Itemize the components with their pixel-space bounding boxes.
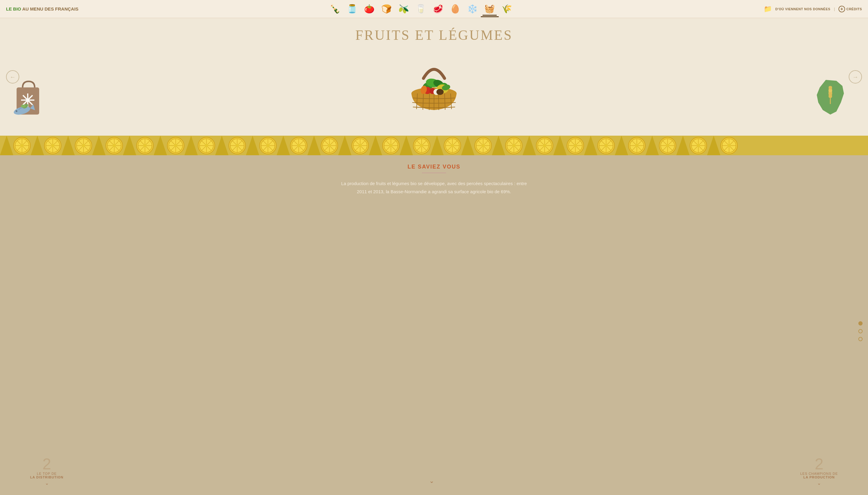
lemon-slice-7 bbox=[228, 137, 246, 154]
nav-icon-emoji-0: 🍾 bbox=[330, 4, 340, 14]
svg-point-90 bbox=[266, 144, 270, 147]
left-thumbnail bbox=[12, 79, 45, 119]
nav-icon-emoji-4: 🫒 bbox=[398, 4, 409, 14]
nav-icon-2[interactable]: 🍅 bbox=[362, 3, 377, 15]
belt-triangle-8 bbox=[246, 136, 259, 155]
svg-point-102 bbox=[328, 144, 331, 147]
lemon-slice-13 bbox=[413, 137, 430, 154]
saviez-vous-text: La production de fruits et légumes bio s… bbox=[331, 180, 434, 195]
lemon-slice-9 bbox=[290, 137, 308, 154]
page-title: FRUITS ET LÉGUMES bbox=[355, 27, 434, 43]
saviez-vous-underline bbox=[422, 172, 434, 173]
nav-icon-4[interactable]: 🫒 bbox=[397, 3, 411, 15]
belt-triangle-10 bbox=[308, 136, 321, 155]
logo-rest: AU MENU DES FRANÇAIS bbox=[21, 6, 79, 12]
nav-icon-5[interactable]: 🥛 bbox=[414, 3, 428, 15]
nav-icon-emoji-2: 🍅 bbox=[364, 4, 375, 14]
lemon-slice-2 bbox=[75, 137, 92, 154]
svg-point-48 bbox=[51, 144, 54, 147]
lemon-slice-5 bbox=[167, 137, 185, 154]
lemon-slice-6 bbox=[198, 137, 215, 154]
belt-triangle-11 bbox=[338, 136, 351, 155]
nav-icon-3[interactable]: 🍞 bbox=[379, 3, 394, 15]
svg-point-42 bbox=[20, 144, 23, 147]
belt-triangle-12 bbox=[369, 136, 382, 155]
belt-triangle-14 bbox=[430, 136, 434, 155]
nav-icons: 🍾🫙🍅🍞🫒🥛🥩🥚❄️🧺🌾 bbox=[79, 2, 434, 16]
svg-point-108 bbox=[359, 144, 362, 147]
lemon-slice-4 bbox=[136, 137, 154, 154]
nav-icon-6[interactable]: 🥩 bbox=[431, 3, 434, 15]
upper-section: FRUITS ET LÉGUMES ← → bbox=[0, 18, 434, 136]
nav-icon-emoji-1: 🫙 bbox=[347, 4, 358, 14]
belt-triangle-6 bbox=[185, 136, 198, 155]
header: LE BIO AU MENU DES FRANÇAIS 🍾🫙🍅🍞🫒🥛🥩🥚❄️🧺🌾… bbox=[0, 0, 434, 18]
svg-point-60 bbox=[113, 144, 116, 147]
belt-triangle-4 bbox=[123, 136, 136, 155]
saviez-vous-line1: La production de fruits et légumes bio s… bbox=[341, 181, 434, 186]
svg-point-5 bbox=[26, 99, 29, 102]
svg-point-54 bbox=[82, 144, 85, 147]
lemon-slice-3 bbox=[105, 137, 123, 154]
svg-point-96 bbox=[297, 144, 300, 147]
nav-icon-0[interactable]: 🍾 bbox=[328, 3, 342, 15]
lemon-slice-10 bbox=[321, 137, 338, 154]
nav-icon-emoji-6: 🥩 bbox=[433, 4, 434, 14]
belt-triangle-13 bbox=[400, 136, 413, 155]
saviez-vous-title: LE SAVIEZ VOUS bbox=[0, 164, 434, 170]
belt-triangle-3 bbox=[92, 136, 105, 155]
lemon-slice-11 bbox=[351, 137, 369, 154]
belt-triangle-7 bbox=[215, 136, 228, 155]
svg-point-114 bbox=[389, 144, 393, 147]
conveyor-belt bbox=[0, 136, 434, 155]
saviez-vous-line2: 2011 et 2013, la Basse-Normandie a agran… bbox=[357, 189, 434, 194]
svg-point-72 bbox=[174, 144, 177, 147]
nav-icon-emoji-3: 🍞 bbox=[381, 4, 392, 14]
svg-point-120 bbox=[420, 144, 423, 147]
belt-triangle-5 bbox=[154, 136, 167, 155]
lemon-slice-8 bbox=[259, 137, 277, 154]
belt-triangle-0 bbox=[0, 136, 13, 155]
nav-icon-1[interactable]: 🫙 bbox=[345, 3, 359, 15]
lemon-slice-12 bbox=[382, 137, 400, 154]
svg-point-84 bbox=[236, 144, 239, 147]
svg-point-66 bbox=[143, 144, 146, 147]
belt-triangle-1 bbox=[31, 136, 44, 155]
belt-triangle-2 bbox=[62, 136, 75, 155]
nav-icon-emoji-5: 🥛 bbox=[416, 4, 426, 14]
lemon-slice-1 bbox=[44, 137, 62, 154]
lower-section: LE SAVIEZ VOUS La production de fruits e… bbox=[0, 155, 434, 248]
logo: LE BIO AU MENU DES FRANÇAIS bbox=[6, 6, 79, 12]
logo-bio: LE BIO bbox=[6, 6, 21, 12]
basket-illustration bbox=[404, 54, 434, 119]
svg-point-78 bbox=[205, 144, 208, 147]
lemon-slice-0 bbox=[13, 137, 31, 154]
belt-triangle-9 bbox=[277, 136, 290, 155]
conveyor-inner bbox=[0, 136, 434, 155]
